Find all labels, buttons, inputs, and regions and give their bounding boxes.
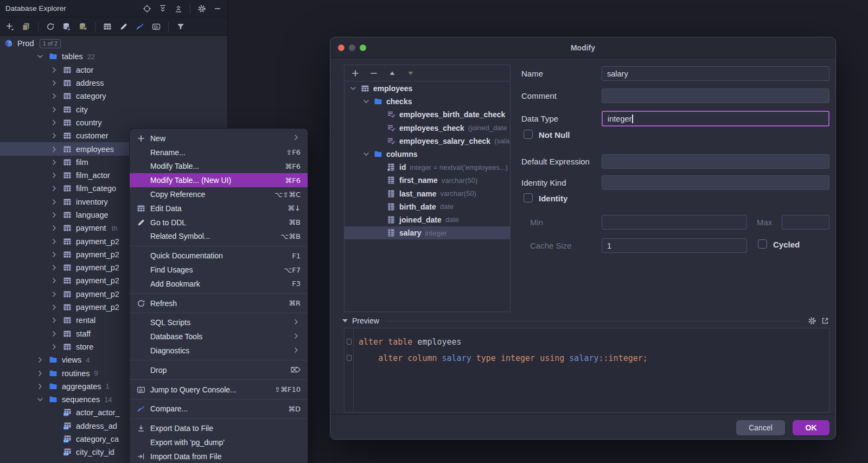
chevron-right-icon[interactable] bbox=[50, 290, 63, 299]
chevron-right-icon[interactable] bbox=[50, 224, 63, 232]
menu-item-refresh[interactable]: Refresh⌘R bbox=[130, 296, 308, 310]
object-tree-item-first-name[interactable]: first_namevarchar(50) bbox=[344, 174, 510, 187]
copy-icon[interactable] bbox=[22, 22, 30, 31]
plus-drop-icon[interactable] bbox=[5, 22, 14, 31]
comment-field[interactable] bbox=[602, 88, 829, 103]
chevron-right-icon[interactable] bbox=[50, 303, 63, 312]
tri-down-icon[interactable] bbox=[406, 69, 415, 78]
chevron-right-icon[interactable] bbox=[50, 263, 63, 272]
menu-item-edit-data[interactable]: Edit Data⌘↓ bbox=[130, 201, 308, 215]
identity-checkbox[interactable] bbox=[524, 193, 533, 202]
ok-button[interactable]: OK bbox=[793, 420, 829, 435]
tree-item-tables[interactable]: tables22 bbox=[0, 50, 227, 63]
object-tree-item-salary[interactable]: salaryinteger bbox=[344, 226, 510, 239]
menu-item-compare[interactable]: Compare...⌘D bbox=[130, 402, 308, 416]
collapse-preview-icon[interactable] bbox=[342, 319, 348, 322]
cycled-checkbox[interactable] bbox=[758, 239, 767, 249]
gear-icon[interactable] bbox=[197, 4, 206, 13]
db-wrench-icon[interactable] bbox=[62, 22, 71, 31]
menu-item-modify-table[interactable]: Modify Table...⌘F6 bbox=[130, 160, 308, 174]
menu-item-add-bookmark[interactable]: Add BookmarkF3 bbox=[130, 277, 308, 291]
object-tree-item-employees-check[interactable]: employees_check(joined_date bbox=[344, 122, 510, 135]
chevron-right-icon[interactable] bbox=[50, 131, 63, 140]
menu-item-new[interactable]: New bbox=[130, 131, 308, 145]
tree-item-city[interactable]: city bbox=[0, 103, 227, 116]
tree-item-country[interactable]: country bbox=[0, 116, 227, 129]
menu-item-rename[interactable]: Rename...⇧F6 bbox=[130, 145, 308, 160]
min-field[interactable] bbox=[602, 215, 747, 230]
cache-size-field[interactable]: 1 bbox=[602, 238, 747, 253]
default-expression-field[interactable] bbox=[602, 154, 829, 169]
identity-kind-field[interactable] bbox=[602, 175, 829, 190]
chevron-right-icon[interactable] bbox=[50, 66, 63, 74]
fold-marker-icon[interactable] bbox=[347, 355, 352, 361]
fold-marker-icon[interactable] bbox=[347, 339, 352, 345]
zoom-window-button[interactable] bbox=[360, 45, 366, 51]
tree-item-address[interactable]: address bbox=[0, 77, 227, 90]
menu-item-modify-table-new-ui[interactable]: Modify Table... (New UI)⌘F6 bbox=[130, 173, 308, 187]
object-tree-item-birth-date[interactable]: birth_datedate bbox=[344, 200, 510, 213]
object-tree-item-last-name[interactable]: last_namevarchar(50) bbox=[344, 187, 510, 200]
sql-preview-editor[interactable]: alter table employees alter column salar… bbox=[344, 328, 829, 413]
chevron-right-icon[interactable] bbox=[36, 382, 49, 391]
chevron-right-icon[interactable] bbox=[50, 198, 63, 206]
chevron-right-icon[interactable] bbox=[36, 369, 49, 378]
tree-item-category[interactable]: category bbox=[0, 90, 227, 103]
chevron-down-icon[interactable] bbox=[36, 395, 49, 404]
chevron-down-icon[interactable] bbox=[36, 52, 49, 61]
ql-icon[interactable]: QL bbox=[152, 22, 161, 31]
compare-icon[interactable] bbox=[136, 22, 144, 31]
chevron-right-icon[interactable] bbox=[50, 316, 63, 325]
chevron-right-icon[interactable] bbox=[50, 158, 63, 167]
menu-item-find-usages[interactable]: Find Usages⌥F7 bbox=[130, 263, 308, 277]
menu-item-related-symbol[interactable]: Related Symbol...⌥⌘B bbox=[130, 230, 308, 244]
data-type-field[interactable]: integer bbox=[602, 111, 829, 126]
chevron-right-icon[interactable] bbox=[50, 250, 63, 259]
object-tree-item-employees-salary-check[interactable]: employees_salary_check(sala bbox=[344, 135, 510, 148]
object-tree-item-joined-date[interactable]: joined_datedate bbox=[344, 213, 510, 226]
locate-icon[interactable] bbox=[143, 4, 151, 13]
minimize-icon[interactable] bbox=[213, 4, 222, 13]
menu-item-import-data-from-file[interactable]: Import Data from File bbox=[130, 449, 308, 463]
chevron-right-icon[interactable] bbox=[50, 171, 63, 180]
object-tree-item-id[interactable]: idinteger = nextval('employees...) bbox=[344, 161, 510, 174]
menu-item-diagnostics[interactable]: Diagnostics bbox=[130, 344, 308, 358]
minimize-window-button[interactable] bbox=[349, 45, 355, 51]
menu-item-database-tools[interactable]: Database Tools bbox=[130, 329, 308, 344]
chevron-down-icon[interactable] bbox=[349, 84, 361, 93]
chevron-right-icon[interactable] bbox=[50, 276, 63, 285]
plus-icon[interactable] bbox=[351, 69, 360, 78]
chevron-right-icon[interactable] bbox=[50, 237, 63, 246]
chevron-right-icon[interactable] bbox=[50, 211, 63, 219]
pencil-icon[interactable] bbox=[119, 22, 128, 31]
chevron-right-icon[interactable] bbox=[50, 343, 63, 351]
chevron-right-icon[interactable] bbox=[50, 118, 63, 127]
name-field[interactable]: salary bbox=[602, 66, 829, 81]
collapse-all-icon[interactable] bbox=[174, 4, 183, 13]
chevron-right-icon[interactable] bbox=[50, 92, 63, 100]
menu-item-quick-documentation[interactable]: Quick DocumentationF1 bbox=[130, 249, 308, 263]
menu-item-sql-scripts[interactable]: SQL Scripts bbox=[130, 316, 308, 330]
grid-icon[interactable] bbox=[103, 22, 112, 31]
open-ext-icon[interactable] bbox=[821, 316, 829, 325]
tree-item-actor[interactable]: actor bbox=[0, 64, 227, 77]
cancel-button[interactable]: Cancel bbox=[736, 420, 785, 435]
menu-item-export-data-to-file[interactable]: Export Data to File bbox=[130, 421, 308, 435]
not-null-checkbox[interactable] bbox=[524, 130, 533, 139]
chevron-right-icon[interactable] bbox=[50, 184, 63, 193]
close-window-button[interactable] bbox=[338, 45, 344, 51]
object-tree-item-checks[interactable]: checks bbox=[344, 95, 510, 108]
minus-icon[interactable] bbox=[369, 69, 378, 78]
max-field[interactable] bbox=[782, 215, 829, 230]
menu-item-copy-reference[interactable]: Copy Reference⌥⇧⌘C bbox=[130, 187, 308, 201]
chevron-down-icon[interactable] bbox=[362, 97, 374, 106]
expand-all-icon[interactable] bbox=[158, 4, 167, 13]
menu-item-go-to-ddl[interactable]: Go to DDL⌘B bbox=[130, 215, 308, 230]
chevron-right-icon[interactable] bbox=[50, 145, 63, 154]
object-tree-item-employees-birth-date-check[interactable]: employees_birth_date_check bbox=[344, 108, 510, 121]
tri-up-icon[interactable] bbox=[388, 69, 397, 78]
menu-item-export-with-pg-dump[interactable]: Export with 'pg_dump' bbox=[130, 435, 308, 449]
chevron-right-icon[interactable] bbox=[50, 105, 63, 114]
menu-item-drop[interactable]: Drop⌦ bbox=[130, 363, 308, 377]
menu-item-jump-to-query-console[interactable]: QLJump to Query Console...⇧⌘F10 bbox=[130, 383, 308, 397]
